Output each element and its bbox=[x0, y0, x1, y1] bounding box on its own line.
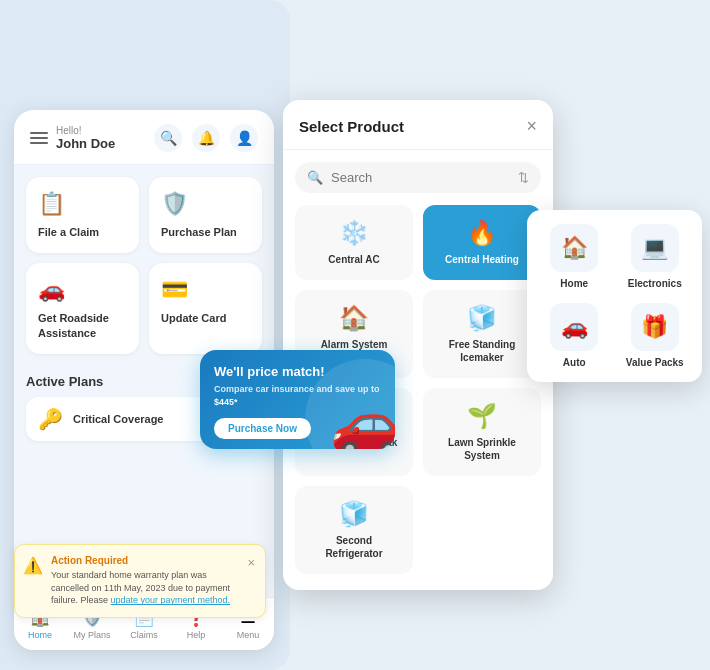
purchase-plan-label: Purchase Plan bbox=[161, 225, 237, 239]
second-refrigerator-name: Second Refrigerator bbox=[307, 534, 401, 560]
hamburger-menu[interactable] bbox=[30, 132, 48, 144]
freestanding-icemaker-icon: 🧊 bbox=[467, 304, 497, 332]
category-value-packs[interactable]: 🎁 Value Packs bbox=[622, 303, 689, 368]
roadside-card[interactable]: 🚗 Get Roadside Assistance bbox=[26, 263, 139, 354]
category-home[interactable]: 🏠 Home bbox=[541, 224, 608, 289]
claims-label: Claims bbox=[130, 630, 158, 640]
car-illustration: 🚗 bbox=[330, 388, 395, 449]
product-freestanding-icemaker[interactable]: 🧊 Free Standing Icemaker bbox=[423, 290, 541, 378]
alert-content: Action Required Your standard home warra… bbox=[51, 555, 239, 607]
auto-category-label: Auto bbox=[563, 357, 586, 368]
modal-header: Select Product × bbox=[283, 100, 553, 150]
update-card-card[interactable]: 💳 Update Card bbox=[149, 263, 262, 354]
user-name: John Doe bbox=[56, 136, 115, 151]
home-label: Home bbox=[28, 630, 52, 640]
help-label: Help bbox=[187, 630, 206, 640]
purchase-plan-card[interactable]: 🛡️ Purchase Plan bbox=[149, 177, 262, 253]
second-refrigerator-icon: 🧊 bbox=[339, 500, 369, 528]
lawn-sprinkle-icon: 🌱 bbox=[467, 402, 497, 430]
search-icon[interactable]: 🔍 bbox=[154, 124, 182, 152]
price-match-banner: We'll price match! Compare car insurance… bbox=[200, 350, 395, 449]
product-central-heating[interactable]: 🔥 Central Heating bbox=[423, 205, 541, 280]
modal-search-bar: 🔍 ⇅ bbox=[295, 162, 541, 193]
file-claim-label: File a Claim bbox=[38, 225, 99, 239]
auto-category-icon: 🚗 bbox=[550, 303, 598, 351]
plan-name: Critical Coverage bbox=[73, 413, 163, 425]
home-category-icon: 🏠 bbox=[550, 224, 598, 272]
alert-warning-icon: ⚠️ bbox=[23, 556, 43, 575]
product-lawn-sprinkle[interactable]: 🌱 Lawn Sprinkle System bbox=[423, 388, 541, 476]
lawn-sprinkle-name: Lawn Sprinkle System bbox=[435, 436, 529, 462]
header-right: 🔍 🔔 👤 bbox=[154, 124, 258, 152]
central-heating-name: Central Heating bbox=[445, 253, 519, 266]
roadside-icon: 🚗 bbox=[38, 277, 65, 303]
file-claim-card[interactable]: 📋 File a Claim bbox=[26, 177, 139, 253]
roadside-label: Get Roadside Assistance bbox=[38, 311, 127, 340]
bell-icon[interactable]: 🔔 bbox=[192, 124, 220, 152]
electronics-category-icon: 💻 bbox=[631, 224, 679, 272]
product-central-ac[interactable]: ❄️ Central AC bbox=[295, 205, 413, 280]
plan-icon: 🔑 bbox=[38, 407, 63, 431]
alert-banner: ⚠️ Action Required Your standard home wa… bbox=[14, 544, 266, 618]
category-grid: 🏠 Home 💻 Electronics 🚗 Auto 🎁 Value Pack… bbox=[541, 224, 688, 368]
select-product-modal: Select Product × 🔍 ⇅ ❄️ Central AC 🔥 Cen… bbox=[283, 100, 553, 590]
user-icon[interactable]: 👤 bbox=[230, 124, 258, 152]
home-category-label: Home bbox=[560, 278, 588, 289]
value-packs-category-icon: 🎁 bbox=[631, 303, 679, 351]
sort-icon[interactable]: ⇅ bbox=[518, 170, 529, 185]
header-left: Hello! John Doe bbox=[30, 125, 115, 151]
category-auto[interactable]: 🚗 Auto bbox=[541, 303, 608, 368]
value-packs-category-label: Value Packs bbox=[626, 357, 684, 368]
central-ac-icon: ❄️ bbox=[339, 219, 369, 247]
update-card-label: Update Card bbox=[161, 311, 226, 325]
user-greeting: Hello! John Doe bbox=[56, 125, 115, 151]
app-header: Hello! John Doe 🔍 🔔 👤 bbox=[14, 110, 274, 165]
alert-link[interactable]: update your payment method. bbox=[111, 595, 231, 605]
modal-title: Select Product bbox=[299, 118, 404, 135]
update-card-icon: 💳 bbox=[161, 277, 188, 303]
electronics-category-label: Electronics bbox=[628, 278, 682, 289]
quick-actions-grid: 📋 File a Claim 🛡️ Purchase Plan 🚗 Get Ro… bbox=[14, 165, 274, 366]
product-second-refrigerator[interactable]: 🧊 Second Refrigerator bbox=[295, 486, 413, 574]
category-electronics[interactable]: 💻 Electronics bbox=[622, 224, 689, 289]
my-plans-label: My Plans bbox=[73, 630, 110, 640]
freestanding-icemaker-name: Free Standing Icemaker bbox=[435, 338, 529, 364]
central-heating-icon: 🔥 bbox=[467, 219, 497, 247]
alert-title: Action Required bbox=[51, 555, 239, 566]
banner-amount: $445* bbox=[214, 397, 238, 407]
alarm-system-icon: 🏠 bbox=[339, 304, 369, 332]
greeting-text: Hello! bbox=[56, 125, 115, 136]
menu-label: Menu bbox=[237, 630, 260, 640]
alert-text: Your standard home warranty plan was can… bbox=[51, 569, 239, 607]
purchase-now-button[interactable]: Purchase Now bbox=[214, 418, 311, 439]
purchase-plan-icon: 🛡️ bbox=[161, 191, 188, 217]
file-claim-icon: 📋 bbox=[38, 191, 65, 217]
category-popup: 🏠 Home 💻 Electronics 🚗 Auto 🎁 Value Pack… bbox=[527, 210, 702, 382]
search-input[interactable] bbox=[331, 170, 510, 185]
alert-close-button[interactable]: × bbox=[247, 555, 255, 570]
central-ac-name: Central AC bbox=[328, 253, 379, 266]
search-icon: 🔍 bbox=[307, 170, 323, 185]
modal-close-button[interactable]: × bbox=[526, 116, 537, 137]
